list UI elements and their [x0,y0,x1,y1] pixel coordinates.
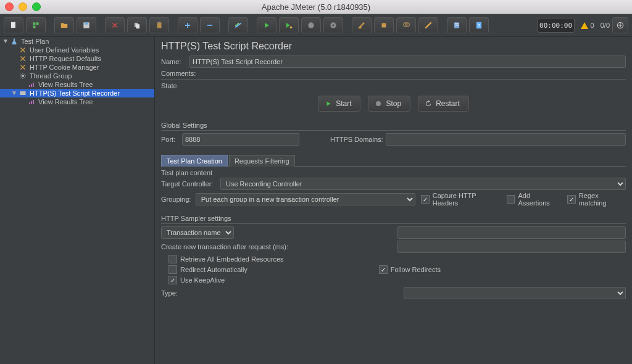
regex-matching-checkbox[interactable]: ✓Regex matching [567,192,626,207]
svg-rect-29 [29,102,30,104]
svg-rect-0 [11,22,15,28]
expand-arrow-icon[interactable]: ▼ [2,37,7,46]
add-assertions-checkbox[interactable]: Add Assertions [507,192,562,207]
name-input[interactable] [189,56,626,68]
tree-item[interactable]: HTTP Request Defaults [0,54,154,63]
tree-item-label: Test Plan [21,37,49,46]
svg-point-17 [405,23,409,27]
clear-all-button[interactable] [374,17,394,33]
transaction-name-value-input[interactable] [397,226,626,239]
warning-count-value: 0 [591,22,594,29]
tree-item-label: Thread Group [30,72,72,80]
redirect-auto-checkbox[interactable]: Redirect Automatically [168,265,247,274]
tree-item-label: View Results Tree [38,97,93,106]
svg-rect-3 [33,26,35,28]
svg-rect-9 [158,22,160,23]
xvar-icon [19,46,27,54]
expand-arrow-icon[interactable]: ▼ [11,89,16,97]
warning-icon [581,22,588,29]
tree-item[interactable]: View Results Tree [0,97,154,106]
save-button[interactable] [77,17,96,33]
tree-item[interactable]: ▼Test Plan [0,37,154,46]
retrieve-embedded-checkbox[interactable]: Retrieve All Embedded Resources [168,255,284,263]
svg-rect-26 [31,84,32,87]
body: ▼Test PlanUser Defined VariablesHTTP Req… [0,37,632,364]
expand-icon[interactable] [612,17,628,33]
capture-http-headers-checkbox[interactable]: ✓Capture HTTP Headers [421,192,501,207]
port-input[interactable] [182,133,299,146]
state-label: State [161,82,626,89]
new-transaction-ms-input[interactable] [397,241,626,253]
tree-item[interactable]: User Defined Variables [0,46,154,54]
start-no-pause-button[interactable] [279,17,299,33]
search-button[interactable] [396,17,416,33]
svg-point-11 [308,22,314,28]
stop-icon [375,100,382,107]
copy-button[interactable] [127,17,147,33]
https-domains-label: HTTPS Domains: [330,136,386,143]
http-sampler-settings-label: HTTP Sampler settings [161,215,626,222]
warning-count[interactable]: 0 [581,22,594,29]
help-button[interactable]: ? [469,17,489,33]
tree-item[interactable]: HTTP Cookie Manager [0,63,154,72]
recorder-restart-button[interactable]: Restart [418,96,469,112]
tree-item[interactable]: View Results Tree [0,80,154,89]
test-plan-tree[interactable]: ▼Test PlanUser Defined VariablesHTTP Req… [0,37,155,364]
grouping-select[interactable]: Put each group in a new transaction cont… [196,193,415,205]
svg-rect-1 [33,22,35,25]
stop-button[interactable] [301,17,321,33]
new-transaction-label: Create new transaction after request (ms… [161,243,288,250]
svg-rect-20 [455,25,459,25]
minimize-icon[interactable] [19,2,27,11]
grouping-label: Grouping: [161,196,196,203]
shutdown-button[interactable] [323,17,343,33]
function-helper-button[interactable] [447,17,467,33]
reset-search-button[interactable] [418,17,438,33]
tabs: Test Plan Creation Requests Filtering [161,154,626,166]
recorder-start-button[interactable]: Start [318,96,360,112]
tree-item[interactable]: ▼HTTP(S) Test Script Recorder [0,89,154,97]
open-button[interactable] [54,17,74,33]
clear-button[interactable] [352,17,372,33]
svg-rect-31 [33,100,34,104]
maximize-icon[interactable] [32,2,41,11]
templates-button[interactable] [26,17,46,33]
flask-icon [10,37,19,46]
svg-point-24 [22,75,24,77]
svg-rect-15 [382,23,386,28]
svg-rect-27 [33,83,34,87]
restart-icon [425,100,432,107]
svg-point-13 [332,24,335,27]
use-keepalive-checkbox[interactable]: ✓Use KeepAlive [168,276,225,284]
type-select[interactable] [404,287,626,299]
transaction-name-select[interactable]: Transaction name [161,226,234,239]
svg-point-32 [376,101,381,106]
svg-rect-19 [455,23,459,24]
follow-redirects-checkbox[interactable]: ✓Follow Redirects [379,265,441,274]
toggle-button[interactable] [228,17,248,33]
svg-rect-7 [136,24,139,28]
play-icon [325,100,332,107]
new-button[interactable] [4,17,23,33]
remove-button[interactable] [200,17,220,33]
cut-button[interactable] [105,17,125,33]
https-domains-input[interactable] [386,133,626,146]
tab-test-plan-creation[interactable]: Test Plan Creation [161,155,228,167]
recorder-stop-button[interactable]: Stop [368,96,410,112]
titlebar: Apache JMeter (5.0 r1840935) [0,0,632,14]
thread-count: 0/0 [601,22,610,29]
start-button[interactable] [257,17,276,33]
tab-requests-filtering[interactable]: Requests Filtering [229,155,295,167]
tree-item[interactable]: Thread Group [0,72,154,80]
paste-button[interactable] [149,17,169,33]
svg-text:?: ? [478,23,480,28]
tree-item-label: User Defined Variables [30,46,99,54]
add-button[interactable] [178,17,198,33]
tree-item-label: HTTP Request Defaults [30,54,101,63]
comments-label: Comments: [161,70,196,77]
svg-rect-14 [359,27,362,28]
gear-icon [19,72,27,80]
name-label: Name: [161,58,189,65]
target-controller-select[interactable]: Use Recording Controller [220,178,626,190]
close-icon[interactable] [5,2,14,11]
